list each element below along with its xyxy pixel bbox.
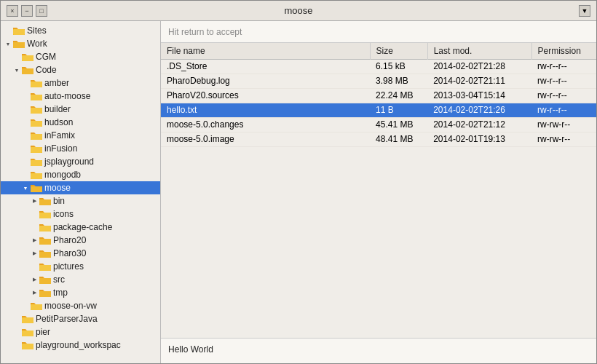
main-window: × − □ moose ▼ Sites▼ Work CGM▼ Code: [0, 0, 597, 364]
tree-arrow-moose-on-vw: [21, 301, 30, 310]
tree-item-cgm[interactable]: CGM: [1, 50, 160, 63]
main-content: Sites▼ Work CGM▼ Code amber auto-moose b…: [1, 21, 596, 363]
tree-label-work: Work: [27, 39, 47, 49]
table-row[interactable]: hello.txt11 B2014-02-02T21:26rw-r--r--: [161, 103, 596, 117]
cell-name-2: PharoV20.sources: [161, 88, 370, 103]
folder-icon-PetitParserJava: [22, 314, 33, 324]
tree-arrow-code: ▼: [12, 66, 21, 74]
cell-size-3: 11 B: [370, 103, 427, 117]
table-header-row: File name Size Last mod. Permission: [161, 43, 596, 59]
search-bar[interactable]: Hit return to accept: [161, 21, 596, 43]
table-row[interactable]: .DS_Store6.15 kB2014-02-02T21:28rw-r--r-…: [161, 59, 596, 74]
tree-item-builder[interactable]: builder: [1, 103, 160, 116]
tree-label-cgm: CGM: [36, 52, 56, 62]
tree-item-hudson[interactable]: hudson: [1, 116, 160, 129]
svg-rect-16: [22, 344, 33, 349]
tree-item-pharo30[interactable]: ▶ Pharo30: [1, 247, 160, 260]
cell-name-4: moose-5.0.changes: [161, 117, 370, 132]
tree-item-mongodb[interactable]: mongodb: [1, 168, 160, 181]
tree-item-inFamix[interactable]: inFamix: [1, 129, 160, 142]
folder-icon-amber: [31, 78, 42, 88]
tree-arrow-builder: [21, 105, 30, 114]
tree-item-work[interactable]: ▼ Work: [1, 37, 160, 50]
file-preview: Hello World: [161, 338, 596, 363]
tree-item-package-cache[interactable]: package-cache: [1, 221, 160, 234]
tree-item-icons[interactable]: icons: [1, 207, 160, 221]
cell-perm-1: rw-r--r--: [531, 74, 596, 88]
cell-lastmod-5: 2014-02-01T19:13: [427, 132, 531, 146]
tree-label-amber: amber: [44, 78, 69, 88]
tree-item-pier[interactable]: pier: [1, 325, 160, 339]
minimize-button[interactable]: −: [21, 5, 33, 17]
cell-perm-2: rw-r--r--: [531, 88, 596, 103]
tree-arrow-auto-moose: [21, 92, 30, 100]
tree-label-mongodb: mongodb: [44, 170, 81, 180]
folder-icon-icons: [39, 209, 51, 219]
svg-rect-0: [13, 29, 25, 35]
tree-item-tmp[interactable]: ▶ tmp: [1, 286, 160, 299]
folder-icon-moose: [31, 183, 42, 193]
right-panel: Hit return to accept File name Size Last…: [161, 21, 596, 363]
tree-label-pharo20: Pharo20: [53, 235, 86, 245]
tree-item-PetitParserJava[interactable]: PetitParserJava: [1, 312, 160, 325]
tree-item-src[interactable]: ▶ src: [1, 273, 160, 286]
folder-icon-pictures: [39, 261, 51, 272]
folder-icon-inFusion: [31, 143, 42, 154]
svg-rect-11: [39, 226, 51, 232]
tree-arrow-pier: [12, 328, 21, 336]
tree-label-inFusion: inFusion: [44, 143, 77, 154]
tree-item-playground_workspace[interactable]: playground_workspac: [1, 339, 160, 352]
tree-arrow-inFusion: [21, 144, 30, 153]
tree-item-moose-on-vw[interactable]: moose-on-vw: [1, 299, 160, 312]
cell-size-2: 22.24 MB: [370, 88, 427, 103]
col-header-lastmod: Last mod.: [427, 43, 531, 59]
folder-icon-moose-on-vw: [31, 301, 42, 311]
maximize-button[interactable]: □: [36, 5, 47, 17]
folder-icon-cgm: [22, 52, 33, 62]
table-row[interactable]: moose-5.0.changes45.41 MB2014-02-02T21:1…: [161, 117, 596, 132]
tree-label-playground_workspace: playground_workspac: [36, 340, 121, 350]
tree-arrow-work: ▼: [4, 39, 12, 48]
folder-icon-playground_workspace: [22, 340, 33, 350]
table-row[interactable]: PharoDebug.log3.98 MB2014-02-02T21:11rw-…: [161, 74, 596, 88]
tree-arrow-mongodb: [21, 170, 30, 179]
svg-rect-5: [31, 121, 42, 127]
tree-label-src: src: [53, 274, 65, 285]
table-row[interactable]: moose-5.0.image48.41 MB2014-02-01T19:13r…: [161, 132, 596, 146]
tree-item-pictures[interactable]: pictures: [1, 260, 160, 273]
cell-perm-0: rw-r--r--: [531, 59, 596, 74]
tree-item-code[interactable]: ▼ Code: [1, 63, 160, 76]
cell-lastmod-0: 2014-02-02T21:28: [427, 59, 531, 74]
menu-button[interactable]: ▼: [579, 5, 590, 17]
tree-label-bin: bin: [53, 196, 65, 206]
cell-perm-3: rw-r--r--: [531, 103, 596, 117]
col-header-perm: Permission: [531, 43, 596, 59]
svg-rect-3: [31, 95, 42, 100]
folder-icon-pier: [22, 327, 33, 337]
tree-item-auto-moose[interactable]: auto-moose: [1, 90, 160, 103]
tree-item-sites[interactable]: Sites: [1, 24, 160, 37]
tree-item-jsplayground[interactable]: jsplayground: [1, 155, 160, 168]
cell-perm-4: rw-rw-r--: [531, 117, 596, 132]
tree-item-bin[interactable]: ▶ bin: [1, 194, 160, 207]
tree-arrow-tmp: ▶: [30, 288, 39, 297]
tree-label-jsplayground: jsplayground: [44, 157, 94, 167]
cell-size-4: 45.41 MB: [370, 117, 427, 132]
file-table[interactable]: File name Size Last mod. Permission .DS_…: [161, 43, 596, 338]
search-placeholder: Hit return to accept: [168, 27, 242, 37]
tree-item-amber[interactable]: amber: [1, 76, 160, 90]
tree-label-pier: pier: [36, 327, 50, 337]
tree-label-sites: Sites: [27, 25, 47, 36]
tree-item-inFusion[interactable]: inFusion: [1, 142, 160, 155]
folder-icon-mongodb: [31, 170, 42, 180]
tree-arrow-jsplayground: [21, 157, 30, 166]
col-header-size: Size: [370, 43, 427, 59]
file-tree-panel[interactable]: Sites▼ Work CGM▼ Code amber auto-moose b…: [1, 21, 161, 363]
table-row[interactable]: PharoV20.sources22.24 MB2013-03-04T15:14…: [161, 88, 596, 103]
tree-item-pharo20[interactable]: ▶ Pharo20: [1, 234, 160, 247]
folder-icon-auto-moose: [31, 91, 42, 101]
svg-rect-14: [22, 317, 33, 323]
close-button[interactable]: ×: [7, 5, 18, 17]
tree-item-moose[interactable]: ▼ moose: [1, 181, 160, 194]
tree-label-hudson: hudson: [44, 117, 73, 127]
